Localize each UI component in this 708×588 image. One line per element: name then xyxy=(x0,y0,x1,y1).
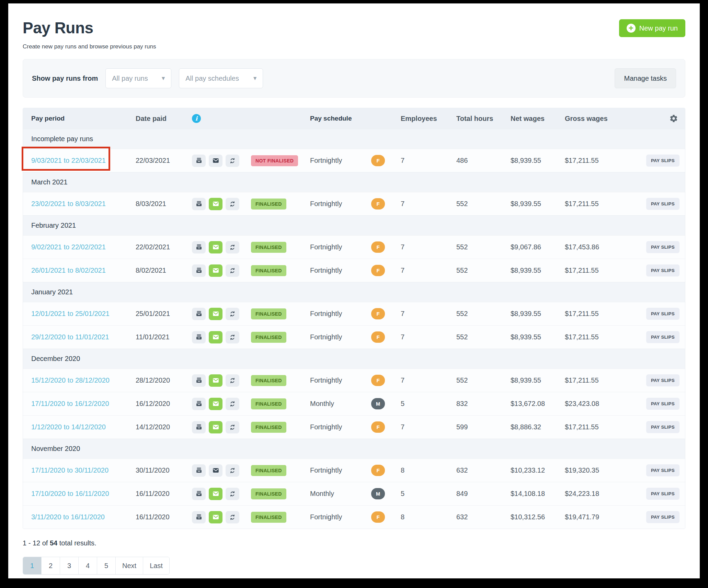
date-paid: 25/01/2021 xyxy=(126,310,184,318)
gross-wages-value: $17,211.55 xyxy=(560,310,627,318)
schedule-type-badge: F xyxy=(371,331,385,343)
printer-icon[interactable] xyxy=(192,374,206,387)
gross-wages-value: $17,211.55 xyxy=(560,333,627,341)
page-subtitle: Create new pay runs and browse previous … xyxy=(23,43,685,50)
pay-schedules-dropdown[interactable]: All pay schedules ▼ xyxy=(179,68,263,88)
manage-tasks-button[interactable]: Manage tasks xyxy=(615,68,676,88)
pay-slips-button[interactable]: PAY SLIPS xyxy=(646,155,680,167)
schedule-type-badge: F xyxy=(371,375,385,386)
pay-period-link[interactable]: 26/01/2021 to 8/02/2021 xyxy=(31,267,106,274)
envelope-icon[interactable] xyxy=(209,264,222,277)
section-label: November 2020 xyxy=(23,445,685,453)
sync-icon[interactable] xyxy=(226,264,239,277)
printer-icon[interactable] xyxy=(192,464,206,477)
sync-icon[interactable] xyxy=(226,464,239,477)
page-button-4[interactable]: 4 xyxy=(79,557,97,574)
pay-slips-button[interactable]: PAY SLIPS xyxy=(646,464,680,476)
sync-icon[interactable] xyxy=(226,398,239,410)
status-badge: FINALISED xyxy=(251,265,286,276)
pay-run-row: 15/12/2020 to 28/12/202028/12/2020FINALI… xyxy=(23,369,685,392)
envelope-icon[interactable] xyxy=(209,488,222,500)
printer-icon[interactable] xyxy=(192,488,206,500)
total-hours-value: 832 xyxy=(452,400,506,408)
net-wages-value: $10,312.56 xyxy=(506,513,560,521)
pay-slips-button[interactable]: PAY SLIPS xyxy=(646,488,680,500)
envelope-icon[interactable] xyxy=(209,331,222,343)
pay-runs-dropdown[interactable]: All pay runs ▼ xyxy=(105,68,171,88)
pay-period-link[interactable]: 23/02/2021 to 8/03/2021 xyxy=(31,200,106,207)
gross-wages-value: $17,211.55 xyxy=(560,423,627,431)
pay-schedule-value: Fortnightly xyxy=(310,466,371,474)
printer-icon[interactable] xyxy=(192,308,206,320)
pay-period-link[interactable]: 17/11/2020 to 16/12/2020 xyxy=(31,400,109,407)
sync-icon[interactable] xyxy=(226,488,239,500)
new-pay-run-button[interactable]: + New pay run xyxy=(619,19,685,37)
total-hours-value: 632 xyxy=(452,513,506,521)
pay-slips-button[interactable]: PAY SLIPS xyxy=(646,198,680,210)
envelope-icon[interactable] xyxy=(209,374,222,387)
pay-period-link[interactable]: 17/10/2020 to 16/11/2020 xyxy=(31,490,109,497)
envelope-icon[interactable] xyxy=(209,464,222,477)
envelope-icon[interactable] xyxy=(209,308,222,320)
pay-period-link[interactable]: 3/11/2020 to 16/11/2020 xyxy=(31,513,105,521)
envelope-icon[interactable] xyxy=(209,511,222,523)
pay-period-link[interactable]: 9/02/2021 to 22/02/2021 xyxy=(31,243,106,251)
sync-icon[interactable] xyxy=(226,308,239,320)
pay-period-link[interactable]: 17/11/2020 to 30/11/2020 xyxy=(31,466,109,474)
sync-icon[interactable] xyxy=(226,331,239,343)
printer-icon[interactable] xyxy=(192,264,206,277)
page-button-next[interactable]: Next xyxy=(116,557,143,574)
page-button-last[interactable]: Last xyxy=(143,557,169,574)
page-button-5[interactable]: 5 xyxy=(97,557,116,574)
info-icon[interactable]: i xyxy=(192,114,201,123)
page-button-1[interactable]: 1 xyxy=(23,557,42,574)
pay-slips-button[interactable]: PAY SLIPS xyxy=(646,511,680,523)
printer-icon[interactable] xyxy=(192,398,206,410)
schedule-type-badge: F xyxy=(371,265,385,276)
total-hours-value: 599 xyxy=(452,423,506,431)
sync-icon[interactable] xyxy=(226,374,239,387)
pay-slips-button[interactable]: PAY SLIPS xyxy=(646,374,680,386)
page-button-2[interactable]: 2 xyxy=(42,557,60,574)
table-body: Incomplete pay runs9/03/2021 to 22/03/20… xyxy=(23,129,685,529)
pay-slips-button[interactable]: PAY SLIPS xyxy=(646,421,680,433)
pay-period-link[interactable]: 1/12/2020 to 14/12/2020 xyxy=(31,423,106,431)
envelope-icon[interactable] xyxy=(209,155,222,167)
pay-slips-button[interactable]: PAY SLIPS xyxy=(646,241,680,253)
section-label: February 2021 xyxy=(23,222,685,229)
envelope-icon[interactable] xyxy=(209,198,222,210)
pay-period-link[interactable]: 15/12/2020 to 28/12/2020 xyxy=(31,376,110,384)
printer-icon[interactable] xyxy=(192,241,206,253)
gear-icon[interactable] xyxy=(669,114,678,123)
printer-icon[interactable] xyxy=(192,331,206,343)
envelope-icon[interactable] xyxy=(209,398,222,410)
date-paid: 8/02/2021 xyxy=(126,267,184,274)
page-button-3[interactable]: 3 xyxy=(60,557,79,574)
envelope-icon[interactable] xyxy=(209,241,222,253)
pay-slips-button[interactable]: PAY SLIPS xyxy=(646,398,680,410)
page-header: Pay Runs + New pay run xyxy=(23,19,685,37)
date-paid: 11/01/2021 xyxy=(126,333,184,341)
pay-period-link[interactable]: 12/01/2021 to 25/01/2021 xyxy=(31,310,110,317)
sync-icon[interactable] xyxy=(226,241,239,253)
sync-icon[interactable] xyxy=(226,198,239,210)
pay-period-link[interactable]: 29/12/2020 to 11/01/2021 xyxy=(31,333,109,341)
sync-icon[interactable] xyxy=(226,421,239,433)
pay-slips-button[interactable]: PAY SLIPS xyxy=(646,308,680,320)
pay-slips-button[interactable]: PAY SLIPS xyxy=(646,264,680,276)
date-paid: 16/11/2020 xyxy=(126,490,184,498)
printer-icon[interactable] xyxy=(192,511,206,523)
employees-count: 8 xyxy=(400,513,452,521)
pay-runs-page: Pay Runs + New pay run Create new pay ru… xyxy=(8,3,700,578)
sync-icon[interactable] xyxy=(226,511,239,523)
sync-icon[interactable] xyxy=(226,155,239,167)
envelope-icon[interactable] xyxy=(209,421,222,433)
printer-icon[interactable] xyxy=(192,421,206,433)
printer-icon[interactable] xyxy=(192,155,206,167)
printer-icon[interactable] xyxy=(192,198,206,210)
section-label: Incomplete pay runs xyxy=(23,135,685,143)
col-total-hours: Total hours xyxy=(452,115,506,123)
pay-slips-button[interactable]: PAY SLIPS xyxy=(646,331,680,343)
pay-period-link[interactable]: 9/03/2021 to 22/03/2021 xyxy=(31,157,106,164)
net-wages-value: $8,939.55 xyxy=(506,310,560,318)
